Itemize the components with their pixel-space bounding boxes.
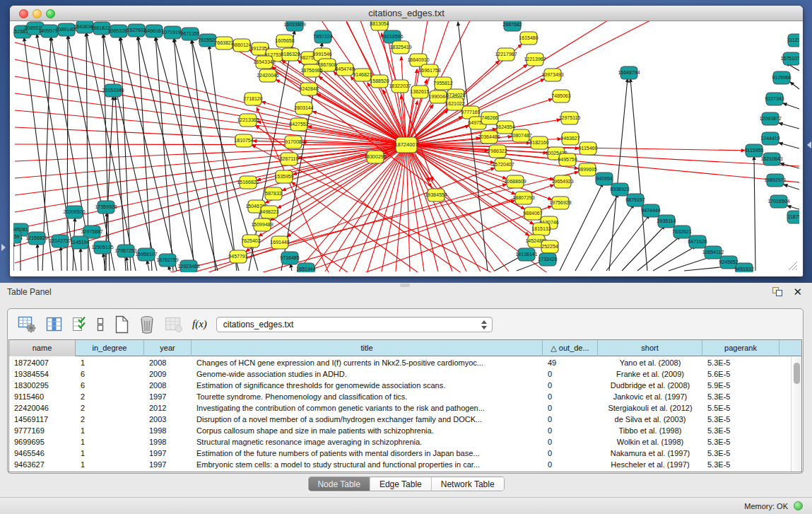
cell-title[interactable]: Changes of HCN gene expression and I(f) … [192, 357, 543, 368]
cell-short[interactable]: Wolkin et al. (1998) [598, 436, 702, 448]
cell-out_de[interactable]: 0 [543, 391, 598, 402]
table-row[interactable]: 1456911722003Disruption of a novel membe… [9, 414, 791, 425]
cell-short[interactable]: Franke et al. (2009) [598, 368, 702, 380]
table-row[interactable]: 2242004622012Investigating the contribut… [9, 402, 791, 414]
float-panel-icon[interactable] [772, 287, 783, 297]
cell-name[interactable]: 9465546 [9, 448, 76, 459]
cell-out_de[interactable]: 0 [543, 425, 598, 436]
cell-pagerank[interactable]: 5.5E-5 [702, 402, 779, 414]
cell-pagerank[interactable]: 5.3E-5 [702, 391, 779, 402]
cell-title[interactable]: Estimation of significance thresholds fo… [192, 380, 543, 391]
table-scrollbar[interactable] [791, 357, 801, 472]
network-table-select[interactable]: citations_edges.txt [216, 317, 493, 332]
cell-year[interactable]: 1998 [144, 436, 192, 448]
cell-name[interactable]: 22420046 [9, 402, 76, 414]
cell-out_de[interactable]: 0 [543, 448, 598, 459]
cell-in_degree[interactable]: 1 [76, 436, 144, 448]
cell-title[interactable]: Investigating the contribution of common… [192, 402, 543, 414]
cell-pagerank[interactable]: 5.3E-5 [702, 357, 779, 368]
cell-year[interactable]: 2012 [144, 402, 192, 414]
cell-out_de[interactable]: 0 [543, 436, 598, 448]
tab-network-table[interactable]: Network Table [432, 477, 504, 491]
cell-in_degree[interactable]: 6 [76, 380, 144, 391]
cell-year[interactable]: 2008 [144, 380, 192, 391]
table-row[interactable]: 1938455462009Genome-wide association stu… [9, 368, 791, 380]
cell-in_degree[interactable]: 1 [76, 459, 144, 470]
cell-out_de[interactable]: 49 [543, 357, 598, 368]
new-document-icon[interactable] [114, 315, 129, 334]
cell-out_de[interactable]: 0 [543, 380, 598, 391]
collapse-arrow-left-icon[interactable] [1, 244, 6, 251]
cell-name[interactable]: 19384554 [9, 368, 76, 380]
table-row[interactable]: 977716911998Corpus callosum shape and si… [9, 425, 791, 436]
cell-short[interactable]: Yano et al. (2008) [598, 357, 702, 368]
cell-title[interactable]: Genome-wide association studies in ADHD. [192, 368, 543, 380]
table-row[interactable]: 969969511998Structural magnetic resonanc… [9, 436, 791, 448]
cell-in_degree[interactable]: 2 [76, 414, 144, 425]
table-row[interactable]: 1872400712008Changes of HCN gene express… [9, 357, 791, 368]
cell-name[interactable]: 18300295 [9, 380, 76, 391]
cell-year[interactable]: 1998 [144, 425, 192, 436]
column-header-title[interactable]: title [192, 340, 543, 356]
cell-year[interactable]: 2003 [144, 414, 192, 425]
cell-title[interactable]: Tourette syndrome. Phenomenology and cla… [192, 391, 543, 402]
column-header-short[interactable]: short [598, 340, 702, 356]
cell-year[interactable]: 1997 [144, 448, 192, 459]
cell-title[interactable]: Estimation of the future numbers of pati… [192, 448, 543, 459]
column-header-in_degree[interactable]: in_degree [76, 340, 144, 356]
collapse-arrow-right-icon[interactable] [807, 141, 811, 148]
cell-pagerank[interactable]: 5.3E-5 [702, 448, 779, 459]
cell-year[interactable]: 2009 [144, 368, 192, 380]
cell-short[interactable]: de Silva et al. (2003) [598, 414, 702, 425]
function-builder-icon[interactable]: f(x) [192, 318, 207, 330]
table-scrollbar-thumb[interactable] [794, 363, 800, 384]
table-settings-icon[interactable] [18, 315, 37, 333]
cell-year[interactable]: 1997 [144, 391, 192, 402]
table-row[interactable]: 946554611997Estimation of the future num… [9, 448, 791, 459]
cell-pagerank[interactable]: 5.9E-5 [702, 380, 779, 391]
cell-in_degree[interactable]: 2 [76, 391, 144, 402]
cell-name[interactable]: 9115460 [9, 391, 76, 402]
cell-title[interactable]: Corpus callosum shape and size in male p… [192, 425, 543, 436]
rows-icon[interactable] [96, 316, 105, 333]
cell-title[interactable]: Disruption of a novel member of a sodium… [192, 414, 543, 425]
cell-short[interactable]: Tibbo et al. (1998) [598, 425, 702, 436]
cell-in_degree[interactable]: 1 [76, 448, 144, 459]
cell-out_de[interactable]: 0 [543, 459, 598, 470]
row-checks-icon[interactable] [72, 316, 87, 333]
table-row[interactable]: 911546021997Tourette syndrome. Phenomeno… [9, 391, 791, 402]
cell-title[interactable]: Structural magnetic resonance image aver… [192, 436, 543, 448]
cell-year[interactable]: 1997 [144, 459, 192, 470]
cell-pagerank[interactable]: 5.3E-5 [702, 425, 779, 436]
cell-short[interactable]: Stergiakouli et al. (2012) [598, 402, 702, 414]
tab-node-table[interactable]: Node Table [308, 477, 370, 491]
cell-out_de[interactable]: 0 [543, 402, 598, 414]
window-titlebar[interactable]: citations_edges.txt [10, 6, 803, 21]
cell-name[interactable]: 14569117 [9, 414, 76, 425]
cell-name[interactable]: 18724007 [9, 357, 76, 368]
cell-title[interactable]: Embryonic stem cells: a model to study s… [192, 459, 543, 470]
cell-name[interactable]: 9777169 [9, 425, 76, 436]
cell-in_degree[interactable]: 6 [76, 368, 144, 380]
column-header-out_de[interactable]: △ out_de... [543, 340, 598, 356]
delete-trash-icon[interactable] [139, 315, 155, 334]
select-columns-icon[interactable] [46, 316, 63, 333]
cell-pagerank[interactable]: 5.3E-5 [702, 414, 779, 425]
cell-out_de[interactable]: 0 [543, 368, 598, 380]
table-row[interactable]: 1830029562008Estimation of significance … [9, 380, 791, 391]
network-canvas[interactable]: 1523834820855374140557142089140618438343… [13, 21, 799, 272]
table-row[interactable]: 946362711997Embryonic stem cells: a mode… [9, 459, 791, 470]
cell-in_degree[interactable]: 1 [76, 357, 144, 368]
cell-short[interactable]: Hescheler et al. (1997) [598, 459, 702, 470]
column-header-name[interactable]: name [9, 340, 76, 356]
cell-short[interactable]: Nakamura et al. (1997) [598, 448, 702, 459]
network-graph[interactable]: 1523834820855374140557142089140618438343… [13, 21, 799, 272]
cell-name[interactable]: 9463627 [9, 459, 76, 470]
cell-in_degree[interactable]: 2 [76, 402, 144, 414]
cell-pagerank[interactable]: 5.3E-5 [702, 459, 779, 470]
cell-short[interactable]: Dudbridge et al. (2008) [598, 380, 702, 391]
cell-out_de[interactable]: 0 [543, 414, 598, 425]
cell-year[interactable]: 2008 [144, 357, 192, 368]
close-panel-icon[interactable]: ✕ [793, 287, 802, 297]
column-header-year[interactable]: year [144, 340, 192, 356]
